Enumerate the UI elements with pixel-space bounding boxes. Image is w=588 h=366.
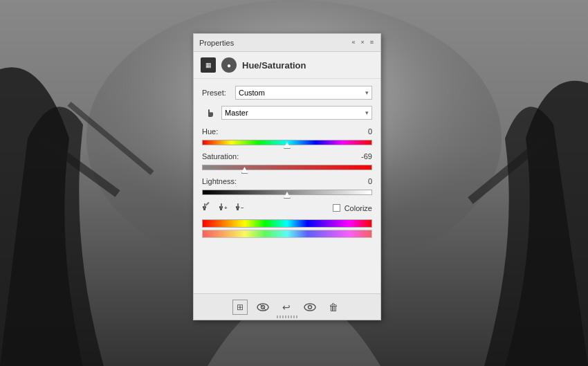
visibility-btn[interactable]	[302, 299, 318, 315]
eyedropper-subtract-btn[interactable]: −	[235, 202, 245, 214]
channel-value: Master	[225, 109, 248, 117]
panel-header: ▦ ● Hue/Saturation	[194, 52, 380, 79]
lightness-slider-row: Lightness: 0	[202, 177, 372, 198]
svg-point-21	[309, 305, 312, 309]
preset-label: Preset:	[202, 89, 231, 97]
colorize-checkbox[interactable]	[333, 204, 340, 212]
eyedropper-row: + −	[202, 202, 245, 214]
channel-select[interactable]: Master ▾	[221, 106, 372, 120]
panel-controls: « × ≡	[350, 39, 375, 46]
svg-rect-11	[221, 203, 222, 208]
panel-title-text: Properties	[199, 39, 234, 47]
add-layer-btn[interactable]: ⊞	[232, 300, 248, 315]
hand-svg	[203, 107, 216, 119]
saturation-label: Saturation:	[202, 152, 239, 161]
color-bar-bottom	[202, 230, 372, 238]
panel-titlebar: Properties « × ≡	[194, 34, 380, 52]
svg-rect-7	[204, 203, 205, 208]
preset-value: Custom	[239, 89, 265, 97]
eyedropper-btn[interactable]	[202, 202, 212, 214]
color-bars	[202, 219, 372, 238]
panel-collapse-btn[interactable]: «	[350, 39, 356, 46]
eyedropper-add-btn[interactable]: +	[219, 202, 228, 214]
colorize-label: Colorize	[344, 204, 372, 212]
panel-menu-btn[interactable]: ≡	[369, 39, 375, 46]
lightness-value: 0	[368, 177, 372, 185]
preset-select[interactable]: Custom ▾	[235, 86, 372, 100]
preset-row: Preset: Custom ▾	[202, 86, 372, 100]
channel-row: Master ▾	[202, 105, 372, 120]
svg-text:−: −	[241, 205, 244, 211]
hue-slider-row: Hue: 0	[202, 127, 372, 148]
svg-point-20	[304, 304, 315, 311]
saturation-slider-header: Saturation: -69	[202, 152, 372, 161]
view-btn[interactable]	[255, 299, 271, 315]
adjustment-title: Hue/Saturation	[242, 60, 306, 71]
hue-slider-header: Hue: 0	[202, 127, 372, 136]
layer-icon: ▦	[201, 57, 216, 73]
panel-footer: ⊞ ↩ 🗑	[194, 293, 380, 320]
hue-value: 0	[368, 127, 372, 136]
reset-btn[interactable]: ↩	[278, 299, 295, 315]
svg-text:+: +	[224, 205, 228, 211]
footer-grip	[277, 315, 297, 318]
hue-track-wrap[interactable]	[202, 137, 372, 148]
lightness-track-wrap[interactable]	[202, 187, 372, 198]
saturation-track-wrap[interactable]	[202, 162, 372, 173]
panel-title-left: Properties	[199, 39, 234, 47]
channel-dropdown-arrow: ▾	[365, 109, 369, 116]
preset-dropdown-arrow: ▾	[365, 89, 369, 96]
colorize-row: Colorize	[333, 204, 372, 212]
panel-body: Preset: Custom ▾ Master ▾ Hue: 0	[194, 79, 380, 293]
saturation-value: -69	[361, 152, 372, 161]
saturation-track	[202, 165, 372, 170]
hand-tool-icon[interactable]	[202, 105, 217, 120]
saturation-slider-row: Saturation: -69	[202, 152, 372, 173]
svg-rect-8	[205, 202, 210, 205]
delete-btn[interactable]: 🗑	[325, 299, 342, 315]
lightness-slider-header: Lightness: 0	[202, 177, 372, 185]
properties-panel: Properties « × ≡ ▦ ● Hue/Saturation Pres…	[193, 33, 381, 320]
svg-rect-15	[237, 203, 239, 208]
adjustment-icon: ●	[221, 57, 237, 73]
panel-close-btn[interactable]: ×	[359, 39, 365, 46]
color-bar-top	[202, 219, 372, 228]
hue-label: Hue:	[202, 127, 218, 136]
lightness-label: Lightness:	[202, 177, 237, 185]
